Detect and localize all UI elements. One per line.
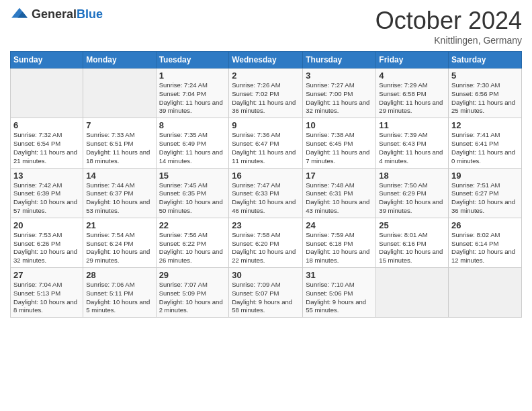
day-info: Sunrise: 7:30 AM Sunset: 6:56 PM Dayligh… — [451, 81, 519, 116]
day-info: Sunrise: 7:09 AM Sunset: 5:07 PM Dayligh… — [232, 281, 300, 315]
day-number: 31 — [306, 270, 373, 280]
day-info: Sunrise: 7:36 AM Sunset: 6:47 PM Dayligh… — [232, 131, 300, 165]
column-header-friday: Friday — [376, 52, 449, 68]
day-number: 1 — [159, 71, 226, 81]
column-header-saturday: Saturday — [449, 52, 522, 68]
day-cell: 29Sunrise: 7:07 AM Sunset: 5:09 PM Dayli… — [156, 268, 229, 318]
day-info: Sunrise: 7:58 AM Sunset: 6:20 PM Dayligh… — [232, 231, 300, 265]
day-info: Sunrise: 7:10 AM Sunset: 5:06 PM Dayligh… — [306, 281, 373, 315]
day-number: 3 — [306, 71, 373, 81]
location-text: Knittlingen, Germany — [375, 35, 522, 46]
day-cell: 14Sunrise: 7:44 AM Sunset: 6:37 PM Dayli… — [83, 168, 156, 218]
day-number: 16 — [232, 171, 300, 181]
day-info: Sunrise: 7:26 AM Sunset: 7:02 PM Dayligh… — [232, 81, 300, 116]
day-info: Sunrise: 8:02 AM Sunset: 6:14 PM Dayligh… — [451, 231, 519, 265]
day-cell — [11, 68, 83, 118]
week-row-1: 1Sunrise: 7:24 AM Sunset: 7:04 PM Daylig… — [11, 68, 522, 118]
logo: GeneralBlue — [10, 7, 103, 21]
week-row-4: 20Sunrise: 7:53 AM Sunset: 6:26 PM Dayli… — [11, 218, 522, 267]
month-year-title: October 2024 — [375, 7, 522, 35]
day-info: Sunrise: 7:53 AM Sunset: 6:26 PM Dayligh… — [13, 231, 80, 265]
day-cell: 11Sunrise: 7:39 AM Sunset: 6:43 PM Dayli… — [376, 118, 449, 168]
page-header: GeneralBlue October 2024 Knittlingen, Ge… — [10, 7, 522, 46]
day-cell: 15Sunrise: 7:45 AM Sunset: 6:35 PM Dayli… — [156, 168, 229, 218]
day-cell: 10Sunrise: 7:38 AM Sunset: 6:45 PM Dayli… — [303, 118, 376, 168]
day-info: Sunrise: 8:01 AM Sunset: 6:16 PM Dayligh… — [379, 231, 445, 265]
day-cell — [449, 268, 522, 318]
day-number: 13 — [13, 171, 80, 181]
day-info: Sunrise: 7:50 AM Sunset: 6:29 PM Dayligh… — [379, 181, 445, 216]
day-number: 29 — [159, 270, 226, 280]
column-header-tuesday: Tuesday — [156, 52, 229, 68]
day-info: Sunrise: 7:42 AM Sunset: 6:39 PM Dayligh… — [13, 181, 80, 216]
day-cell: 18Sunrise: 7:50 AM Sunset: 6:29 PM Dayli… — [376, 168, 449, 218]
day-number: 21 — [86, 220, 152, 230]
day-cell — [376, 268, 449, 318]
day-cell: 7Sunrise: 7:33 AM Sunset: 6:51 PM Daylig… — [83, 118, 156, 168]
day-info: Sunrise: 7:06 AM Sunset: 5:11 PM Dayligh… — [86, 281, 152, 315]
day-number: 27 — [13, 270, 80, 280]
day-info: Sunrise: 7:38 AM Sunset: 6:45 PM Dayligh… — [306, 131, 373, 165]
day-info: Sunrise: 7:56 AM Sunset: 6:22 PM Dayligh… — [159, 231, 226, 265]
logo-icon — [10, 7, 29, 21]
day-cell: 8Sunrise: 7:35 AM Sunset: 6:49 PM Daylig… — [156, 118, 229, 168]
column-header-monday: Monday — [83, 52, 156, 68]
day-cell: 1Sunrise: 7:24 AM Sunset: 7:04 PM Daylig… — [156, 68, 229, 118]
day-info: Sunrise: 7:29 AM Sunset: 6:58 PM Dayligh… — [379, 81, 445, 116]
day-info: Sunrise: 7:35 AM Sunset: 6:49 PM Dayligh… — [159, 131, 226, 165]
day-number: 15 — [159, 171, 226, 181]
day-cell: 23Sunrise: 7:58 AM Sunset: 6:20 PM Dayli… — [229, 218, 303, 267]
day-info: Sunrise: 7:27 AM Sunset: 7:00 PM Dayligh… — [306, 81, 373, 116]
day-number: 22 — [159, 220, 226, 230]
day-cell: 3Sunrise: 7:27 AM Sunset: 7:00 PM Daylig… — [303, 68, 376, 118]
day-cell: 2Sunrise: 7:26 AM Sunset: 7:02 PM Daylig… — [229, 68, 303, 118]
logo-blue-text: Blue — [77, 7, 103, 21]
week-row-3: 13Sunrise: 7:42 AM Sunset: 6:39 PM Dayli… — [11, 168, 522, 218]
day-cell: 19Sunrise: 7:51 AM Sunset: 6:27 PM Dayli… — [449, 168, 522, 218]
day-cell: 26Sunrise: 8:02 AM Sunset: 6:14 PM Dayli… — [449, 218, 522, 267]
day-number: 11 — [379, 120, 445, 130]
day-cell: 27Sunrise: 7:04 AM Sunset: 5:13 PM Dayli… — [11, 268, 83, 318]
week-row-2: 6Sunrise: 7:32 AM Sunset: 6:54 PM Daylig… — [11, 118, 522, 168]
day-number: 7 — [86, 120, 152, 130]
day-cell: 30Sunrise: 7:09 AM Sunset: 5:07 PM Dayli… — [229, 268, 303, 318]
column-header-sunday: Sunday — [11, 52, 83, 68]
day-cell: 24Sunrise: 7:59 AM Sunset: 6:18 PM Dayli… — [303, 218, 376, 267]
day-number: 26 — [451, 220, 519, 230]
calendar-table: SundayMondayTuesdayWednesdayThursdayFrid… — [10, 51, 522, 318]
day-number: 8 — [159, 120, 226, 130]
title-block: October 2024 Knittlingen, Germany — [375, 7, 522, 46]
day-cell: 12Sunrise: 7:41 AM Sunset: 6:41 PM Dayli… — [449, 118, 522, 168]
day-number: 2 — [232, 71, 300, 81]
day-cell: 4Sunrise: 7:29 AM Sunset: 6:58 PM Daylig… — [376, 68, 449, 118]
day-info: Sunrise: 7:24 AM Sunset: 7:04 PM Dayligh… — [159, 81, 226, 116]
day-number: 12 — [451, 120, 519, 130]
day-number: 24 — [306, 220, 373, 230]
day-number: 19 — [451, 171, 519, 181]
day-number: 4 — [379, 71, 445, 81]
day-cell: 6Sunrise: 7:32 AM Sunset: 6:54 PM Daylig… — [11, 118, 83, 168]
day-cell: 21Sunrise: 7:54 AM Sunset: 6:24 PM Dayli… — [83, 218, 156, 267]
day-info: Sunrise: 7:54 AM Sunset: 6:24 PM Dayligh… — [86, 231, 152, 265]
day-info: Sunrise: 7:04 AM Sunset: 5:13 PM Dayligh… — [13, 281, 80, 315]
day-cell: 5Sunrise: 7:30 AM Sunset: 6:56 PM Daylig… — [449, 68, 522, 118]
day-info: Sunrise: 7:33 AM Sunset: 6:51 PM Dayligh… — [86, 131, 152, 165]
day-number: 6 — [13, 120, 80, 130]
day-cell: 31Sunrise: 7:10 AM Sunset: 5:06 PM Dayli… — [303, 268, 376, 318]
day-number: 25 — [379, 220, 445, 230]
day-number: 28 — [86, 270, 152, 280]
column-header-wednesday: Wednesday — [229, 52, 303, 68]
day-cell: 22Sunrise: 7:56 AM Sunset: 6:22 PM Dayli… — [156, 218, 229, 267]
day-cell — [83, 68, 156, 118]
day-number: 9 — [232, 120, 300, 130]
day-info: Sunrise: 7:47 AM Sunset: 6:33 PM Dayligh… — [232, 181, 300, 216]
week-row-5: 27Sunrise: 7:04 AM Sunset: 5:13 PM Dayli… — [11, 268, 522, 318]
day-info: Sunrise: 7:59 AM Sunset: 6:18 PM Dayligh… — [306, 231, 373, 265]
day-info: Sunrise: 7:39 AM Sunset: 6:43 PM Dayligh… — [379, 131, 445, 165]
day-number: 10 — [306, 120, 373, 130]
day-info: Sunrise: 7:07 AM Sunset: 5:09 PM Dayligh… — [159, 281, 226, 315]
day-info: Sunrise: 7:44 AM Sunset: 6:37 PM Dayligh… — [86, 181, 152, 216]
day-number: 23 — [232, 220, 300, 230]
day-number: 30 — [232, 270, 300, 280]
day-cell: 17Sunrise: 7:48 AM Sunset: 6:31 PM Dayli… — [303, 168, 376, 218]
